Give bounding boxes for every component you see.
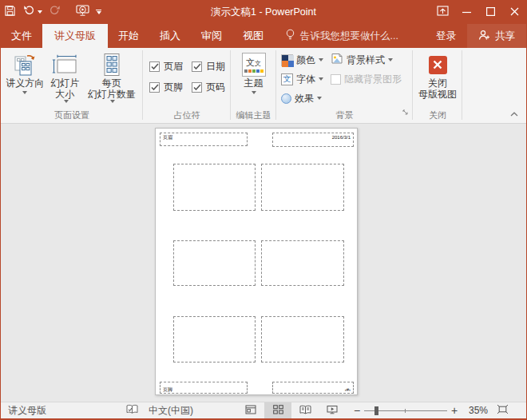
window-controls — [430, 0, 526, 24]
tab-insert[interactable]: 插入 — [149, 24, 191, 48]
slideshow-icon — [327, 405, 338, 417]
group-page-setup: 讲义方向 幻灯片 大小 每页 幻灯片数量 页面设置 — [1, 48, 143, 123]
zoom-slider-midpoint-tick — [405, 409, 406, 413]
group-label-background: 背景 — [278, 109, 411, 123]
slides-per-page-button[interactable]: 每页 幻灯片数量 — [82, 49, 141, 109]
background-styles-label: 背景样式 — [347, 53, 385, 67]
undo-icon — [22, 5, 35, 19]
theme-colors-icon — [281, 54, 293, 66]
maximize-button[interactable] — [478, 0, 502, 24]
checkbox-checked-icon — [192, 82, 202, 93]
normal-view-icon — [245, 405, 256, 417]
slide-sorter-view-button[interactable] — [264, 402, 291, 419]
editing-canvas: 页眉 2016/3/1 页脚 ‹#› — [1, 124, 526, 403]
slide-placeholder-3[interactable] — [173, 240, 256, 286]
tab-file[interactable]: 文件 — [1, 24, 42, 48]
date-placeholder-text: 2016/3/1 — [332, 135, 351, 140]
group-label-placeholders: 占位符 — [145, 109, 229, 123]
slide-placeholder-2[interactable] — [261, 164, 344, 211]
minimize-icon — [462, 5, 471, 19]
ribbon: 讲义方向 幻灯片 大小 每页 幻灯片数量 页面设置 — [1, 48, 526, 124]
slide-placeholder-4[interactable] — [261, 240, 344, 286]
tell-me-label: 告诉我您想要做什么... — [300, 30, 398, 43]
powerpoint-window: 演示文稿1 - PowerPoint 文件 讲义母版 开始 插入 审阅 视图 — [0, 0, 527, 420]
minimize-button[interactable] — [454, 0, 478, 24]
dropdown-arrow-icon — [319, 77, 323, 81]
quick-access-toolbar — [1, 0, 105, 24]
background-styles-button[interactable]: 背景样式 — [327, 50, 405, 69]
slideshow-view-button[interactable] — [319, 402, 346, 419]
share-label: 共享 — [495, 30, 515, 43]
tab-handout-master[interactable]: 讲义母版 — [42, 24, 108, 48]
zoom-percent-button[interactable]: 35% — [461, 402, 488, 418]
spellcheck-book-icon — [126, 404, 138, 417]
reading-view-icon — [299, 405, 311, 417]
zoom-slider-thumb[interactable] — [374, 406, 378, 415]
tell-me-box[interactable]: 告诉我您想要做什么... — [285, 24, 398, 48]
dropdown-arrow-icon — [388, 58, 393, 61]
customize-qat-button[interactable] — [93, 0, 105, 24]
normal-view-button[interactable] — [237, 402, 264, 419]
zoom-out-button[interactable]: − — [351, 402, 363, 418]
group-label-close: 关闭 — [414, 109, 461, 123]
redo-button — [46, 0, 65, 24]
zoom-slider[interactable] — [364, 402, 447, 418]
fit-to-window-icon — [497, 404, 509, 417]
close-icon — [510, 5, 519, 19]
maximize-icon — [486, 5, 495, 19]
footer-checkbox[interactable]: 页脚 — [149, 81, 192, 94]
ribbon-display-options-button[interactable] — [430, 0, 454, 24]
handout-master-page[interactable]: 页眉 2016/3/1 页脚 ‹#› — [155, 128, 358, 395]
footer-placeholder-text: 页脚 — [163, 387, 172, 392]
tabrow-right: 登录 共享 — [425, 24, 526, 48]
save-button[interactable] — [1, 0, 19, 24]
group-background: 颜色 文 字体 效果 — [276, 48, 413, 123]
hide-background-graphics-checkbox: 隐藏背景图形 — [327, 69, 405, 89]
collapse-ribbon-button[interactable] — [510, 105, 518, 120]
page-number-checkbox[interactable]: 页码 — [192, 81, 234, 94]
qat-dropdown-icon — [96, 10, 101, 14]
zoom-in-button[interactable]: + — [448, 402, 461, 418]
save-icon — [4, 5, 16, 20]
dialog-launcher-icon[interactable] — [402, 106, 410, 121]
header-checkbox-label: 页眉 — [164, 60, 183, 73]
group-label-page-setup: 页面设置 — [2, 109, 141, 123]
group-label-edit-theme: 编辑主题 — [232, 109, 275, 123]
slide-placeholder-1[interactable] — [173, 164, 256, 211]
fit-slide-to-window-button[interactable] — [497, 402, 509, 418]
page-number-placeholder[interactable]: ‹#› — [272, 382, 354, 394]
language-button[interactable]: 中文(中国) — [149, 402, 193, 418]
slide-size-button[interactable]: 幻灯片 大小 — [48, 49, 82, 109]
zoom-slider-track[interactable] — [364, 402, 447, 419]
header-placeholder[interactable]: 页眉 — [160, 133, 248, 146]
checkbox-checked-icon — [192, 61, 202, 72]
close-button[interactable] — [502, 0, 526, 24]
undo-button[interactable] — [19, 0, 46, 24]
share-button[interactable]: 共享 — [467, 24, 526, 48]
footer-placeholder[interactable]: 页脚 — [160, 382, 248, 394]
tab-home[interactable]: 开始 — [108, 24, 149, 48]
theme-effects-button[interactable]: 效果 — [278, 89, 327, 108]
tab-review[interactable]: 审阅 — [191, 24, 232, 48]
tab-view[interactable]: 视图 — [232, 24, 274, 48]
theme-fonts-label: 字体 — [296, 73, 315, 86]
spellcheck-button[interactable] — [126, 402, 138, 418]
close-master-view-label: 关闭 母版视图 — [418, 77, 457, 100]
header-checkbox[interactable]: 页眉 — [149, 60, 192, 73]
date-checkbox[interactable]: 日期 — [192, 60, 234, 73]
slide-placeholder-6[interactable] — [261, 316, 344, 363]
start-from-beginning-button[interactable] — [73, 0, 93, 24]
checkbox-checked-icon — [149, 61, 160, 72]
start-slideshow-icon — [76, 4, 89, 20]
title-bar: 演示文稿1 - PowerPoint — [1, 0, 526, 24]
sign-in-button[interactable]: 登录 — [425, 24, 467, 48]
reading-view-button[interactable] — [291, 402, 319, 419]
handout-orientation-button[interactable]: 讲义方向 — [2, 49, 48, 109]
theme-colors-button[interactable]: 颜色 — [278, 50, 327, 69]
date-placeholder[interactable]: 2016/3/1 — [272, 133, 354, 147]
slide-placeholder-5[interactable] — [173, 316, 256, 363]
theme-fonts-button[interactable]: 文 字体 — [278, 69, 327, 89]
close-master-view-button[interactable]: 关闭 母版视图 — [414, 49, 461, 109]
themes-button[interactable]: 文文 主题 — [234, 49, 274, 109]
themes-label: 主题 — [244, 77, 264, 89]
